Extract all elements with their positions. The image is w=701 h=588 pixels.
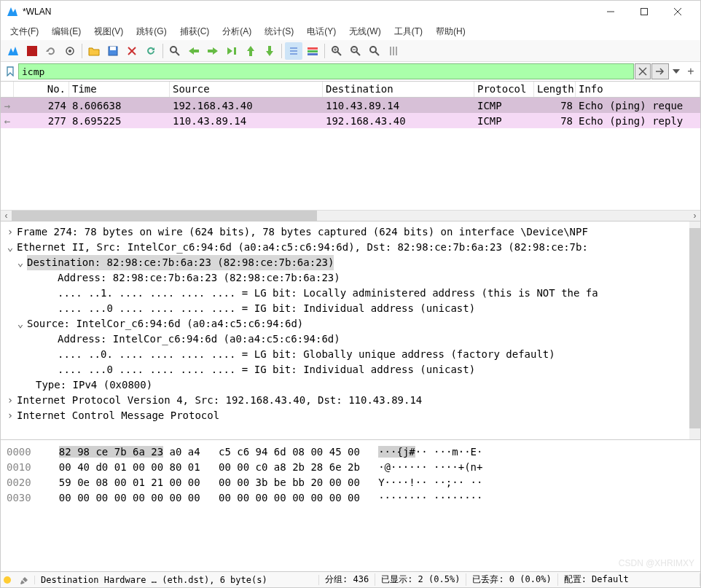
col-no[interactable]: No. (14, 82, 69, 97)
svg-point-11 (171, 47, 176, 52)
tree-eth-src-ig[interactable]: .... ...0 .... .... .... .... = IG bit: … (58, 362, 475, 377)
col-marker[interactable] (1, 82, 14, 97)
svg-rect-8 (110, 47, 116, 50)
svg-line-12 (176, 52, 179, 55)
scroll-left-icon[interactable]: ‹ (1, 211, 12, 221)
svg-line-25 (356, 52, 360, 55)
title-bar: *WLAN (1, 1, 700, 23)
expand-icon[interactable]: › (4, 408, 17, 423)
hex-row[interactable]: 0010 00 40 d0 01 00 00 80 01 00 00 c0 a8… (7, 460, 694, 475)
menu-help[interactable]: 帮助(H) (429, 23, 472, 40)
minimize-button[interactable] (594, 1, 627, 23)
go-to-packet-icon[interactable] (223, 42, 240, 60)
menu-telephony[interactable]: 电话(Y) (300, 23, 342, 40)
scroll-thumb[interactable] (12, 211, 317, 221)
restart-capture-icon[interactable] (42, 42, 60, 60)
open-file-icon[interactable] (85, 42, 103, 60)
close-button[interactable] (661, 1, 694, 23)
clear-filter-button[interactable] (635, 63, 651, 79)
tree-ip[interactable]: Internet Protocol Version 4, Src: 192.16… (17, 393, 422, 408)
svg-rect-13 (234, 47, 236, 55)
menu-go[interactable]: 跳转(G) (130, 23, 173, 40)
menu-file[interactable]: 文件(F) (4, 23, 45, 40)
resize-columns-icon[interactable] (385, 42, 402, 60)
go-next-icon[interactable] (204, 42, 222, 60)
zoom-reset-icon[interactable] (366, 42, 383, 60)
tree-eth[interactable]: Ethernet II, Src: IntelCor_c6:94:6d (a0:… (17, 240, 588, 255)
packet-list-header: No. Time Source Destination Protocol Len… (1, 82, 700, 98)
edit-capture-icon[interactable] (14, 576, 35, 584)
go-prev-icon[interactable] (185, 42, 203, 60)
tree-eth-dst-lg[interactable]: .... ..1. .... .... .... .... = LG bit: … (58, 286, 598, 301)
menu-wireless[interactable]: 无线(W) (342, 23, 387, 40)
svg-rect-1 (641, 9, 648, 15)
close-file-icon[interactable] (123, 42, 141, 60)
hex-row[interactable]: 0000 82 98 ce 7b 6a 23 a0 a4 c5 c6 94 6d… (7, 444, 694, 460)
main-toolbar (1, 40, 700, 62)
zoom-out-icon[interactable] (347, 42, 364, 60)
packet-list-body[interactable]: →2748.606638192.168.43.40110.43.89.14ICM… (1, 98, 700, 210)
details-vscroll[interactable] (689, 222, 700, 439)
menu-analyze[interactable]: 分析(A) (216, 23, 258, 40)
svg-point-6 (68, 50, 71, 52)
expand-icon[interactable]: › (4, 393, 17, 408)
collapse-icon[interactable]: ⌄ (14, 316, 27, 332)
auto-scroll-icon[interactable] (285, 42, 302, 60)
filter-history-button[interactable] (670, 63, 683, 79)
col-source[interactable]: Source (170, 82, 323, 97)
watermark: CSDN @XHRIMXY (619, 557, 694, 570)
collapse-icon[interactable]: ⌄ (14, 255, 27, 270)
apply-filter-button[interactable] (651, 63, 669, 79)
packet-row[interactable]: →2748.606638192.168.43.40110.43.89.14ICM… (1, 98, 700, 113)
col-destination[interactable]: Destination (323, 82, 474, 97)
go-first-icon[interactable] (242, 42, 259, 60)
col-time[interactable]: Time (69, 82, 170, 97)
hex-row[interactable]: 0030 00 00 00 00 00 00 00 00 00 00 00 00… (7, 490, 694, 506)
collapse-icon[interactable]: ⌄ (4, 240, 17, 255)
window-title: *WLAN (23, 7, 594, 17)
bookmark-filter-icon[interactable] (4, 63, 17, 79)
display-filter-input[interactable] (18, 63, 634, 79)
zoom-in-icon[interactable] (328, 42, 345, 60)
packet-list-pane: No. Time Source Destination Protocol Len… (1, 81, 700, 221)
packet-details-pane[interactable]: ›Frame 274: 78 bytes on wire (624 bits),… (1, 221, 700, 439)
tree-eth-type[interactable]: Type: IPv4 (0x0800) (36, 377, 152, 393)
menu-view[interactable]: 视图(V) (87, 23, 130, 40)
toolbar-separator (162, 44, 163, 58)
hex-row[interactable]: 0020 59 0e 08 00 01 21 00 00 00 00 3b be… (7, 475, 694, 490)
start-capture-icon[interactable] (4, 42, 22, 60)
packet-row[interactable]: ←2778.695225110.43.89.14192.168.43.40ICM… (1, 113, 700, 128)
svg-line-28 (375, 52, 379, 55)
expand-icon[interactable]: › (4, 224, 17, 240)
packet-bytes-pane[interactable]: CSDN @XHRIMXY 0000 82 98 ce 7b 6a 23 a0 … (1, 439, 700, 571)
tree-eth-src-addr[interactable]: Address: IntelCor_c6:94:6d (a0:a4:c5:c6:… (58, 332, 340, 347)
packet-list-hscroll[interactable]: ‹ › (1, 210, 700, 221)
menu-statistics[interactable]: 统计(S) (258, 23, 300, 40)
tree-frame[interactable]: Frame 274: 78 bytes on wire (624 bits), … (17, 224, 588, 240)
scroll-right-icon[interactable]: › (689, 211, 700, 221)
status-profile[interactable]: 配置: Default (558, 573, 700, 586)
menu-edit[interactable]: 编辑(E) (45, 23, 87, 40)
col-info[interactable]: Info (576, 82, 700, 97)
capture-options-icon[interactable] (61, 42, 79, 60)
col-protocol[interactable]: Protocol (474, 82, 534, 97)
tree-eth-src[interactable]: Source: IntelCor_c6:94:6d (a0:a4:c5:c6:9… (27, 316, 303, 332)
menu-capture[interactable]: 捕获(C) (173, 23, 216, 40)
tree-eth-dst-addr[interactable]: Address: 82:98:ce:7b:6a:23 (82:98:ce:7b:… (58, 270, 340, 286)
tree-eth-dst[interactable]: Destination: 82:98:ce:7b:6a:23 (82:98:ce… (27, 255, 334, 270)
go-last-icon[interactable] (261, 42, 278, 60)
tree-eth-src-lg[interactable]: .... ..0. .... .... .... .... = LG bit: … (58, 347, 555, 362)
menu-tools[interactable]: 工具(T) (388, 23, 429, 40)
find-packet-icon[interactable] (166, 42, 184, 60)
expert-info-icon[interactable] (4, 576, 11, 584)
reload-file-icon[interactable] (142, 42, 160, 60)
maximize-button[interactable] (627, 1, 661, 23)
colorize-icon[interactable] (304, 42, 321, 60)
toolbar-separator (281, 44, 282, 58)
save-file-icon[interactable] (104, 42, 122, 60)
stop-capture-icon[interactable] (23, 42, 41, 60)
tree-icmp[interactable]: Internet Control Message Protocol (17, 408, 219, 423)
add-filter-button[interactable]: + (684, 63, 697, 79)
col-length[interactable]: Length (534, 82, 576, 97)
tree-eth-dst-ig[interactable]: .... ...0 .... .... .... .... = IG bit: … (58, 301, 475, 316)
